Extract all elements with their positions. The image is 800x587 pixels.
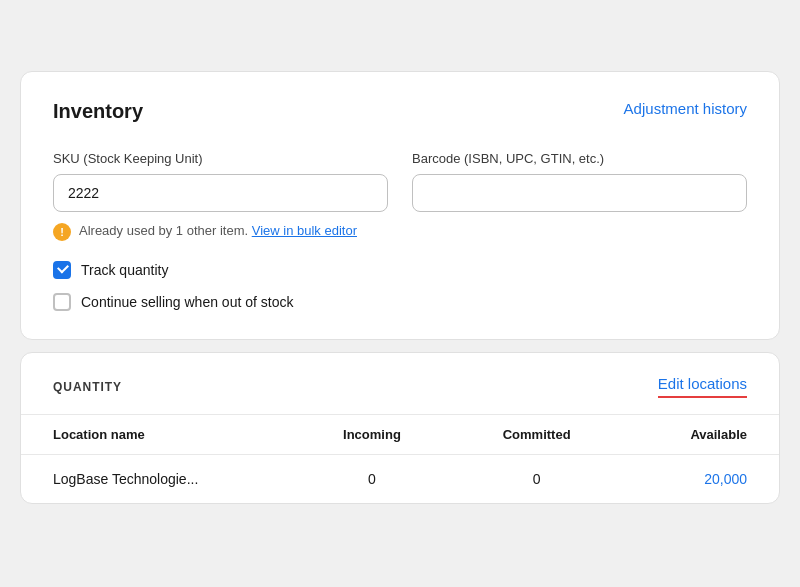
warning-text-content: Already used by 1 other item. (79, 223, 248, 238)
inventory-card: Inventory Adjustment history SKU (Stock … (20, 71, 780, 340)
col-header-available: Available (622, 415, 779, 455)
col-header-location: Location name (21, 415, 293, 455)
track-quantity-checkbox[interactable] (53, 261, 71, 279)
cell-committed: 0 (451, 455, 622, 504)
quantity-header: QUANTITY Edit locations (21, 353, 779, 414)
inventory-title: Inventory (53, 100, 143, 123)
continue-selling-label: Continue selling when out of stock (81, 294, 293, 310)
track-quantity-label: Track quantity (81, 262, 168, 278)
col-header-committed: Committed (451, 415, 622, 455)
quantity-card: QUANTITY Edit locations Location name In… (20, 352, 780, 504)
table-row: LogBase Technologie... 0 0 20,000 (21, 455, 779, 504)
warning-message: ! Already used by 1 other item. View in … (53, 222, 747, 241)
quantity-table: Location name Incoming Committed Availab… (21, 414, 779, 503)
checkbox-group: Track quantity Continue selling when out… (53, 261, 747, 311)
cell-location: LogBase Technologie... (21, 455, 293, 504)
sku-input[interactable] (53, 174, 388, 212)
cell-available: 20,000 (622, 455, 779, 504)
continue-selling-checkbox[interactable] (53, 293, 71, 311)
barcode-group: Barcode (ISBN, UPC, GTIN, etc.) (412, 151, 747, 212)
edit-locations-link[interactable]: Edit locations (658, 375, 747, 398)
table-header-row: Location name Incoming Committed Availab… (21, 415, 779, 455)
inventory-header: Inventory Adjustment history (53, 100, 747, 123)
col-header-incoming: Incoming (293, 415, 451, 455)
adjustment-history-link[interactable]: Adjustment history (624, 100, 747, 117)
cell-incoming: 0 (293, 455, 451, 504)
warning-text: Already used by 1 other item. View in bu… (79, 222, 357, 240)
form-row-sku-barcode: SKU (Stock Keeping Unit) Barcode (ISBN, … (53, 151, 747, 212)
quantity-title: QUANTITY (53, 380, 122, 394)
sku-group: SKU (Stock Keeping Unit) (53, 151, 388, 212)
view-bulk-editor-link[interactable]: View in bulk editor (252, 223, 357, 238)
warning-icon: ! (53, 223, 71, 241)
continue-selling-item[interactable]: Continue selling when out of stock (53, 293, 747, 311)
barcode-input[interactable] (412, 174, 747, 212)
sku-label: SKU (Stock Keeping Unit) (53, 151, 388, 166)
page-wrapper: Inventory Adjustment history SKU (Stock … (20, 71, 780, 516)
barcode-label: Barcode (ISBN, UPC, GTIN, etc.) (412, 151, 747, 166)
track-quantity-item[interactable]: Track quantity (53, 261, 747, 279)
